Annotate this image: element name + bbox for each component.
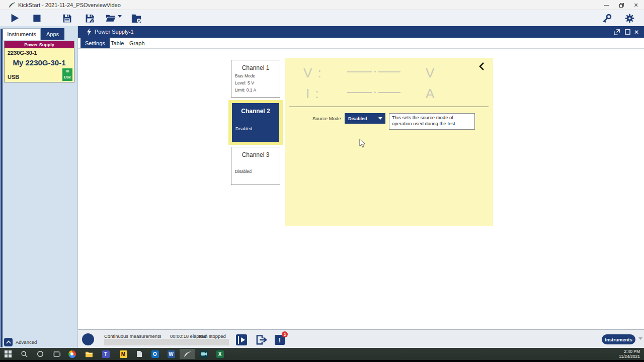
- bolt-icon: [87, 28, 92, 36]
- stop-button[interactable]: [30, 12, 44, 25]
- current-readout-label: I :: [306, 86, 320, 102]
- kickstart-logo-icon: [9, 2, 16, 8]
- cortana-button[interactable]: [33, 349, 48, 359]
- notes-taskbar-icon[interactable]: [132, 349, 147, 359]
- instruments-flyout-button[interactable]: Instruments: [602, 334, 635, 344]
- in-use-badge: InUse: [62, 68, 72, 81]
- channel-settings-panel: V : V I : A Source Mode Disabled This se…: [285, 58, 493, 226]
- channel-1-title: Channel 1: [231, 60, 280, 71]
- outlook-icon: O: [151, 350, 159, 358]
- main-toolbar: [0, 10, 644, 26]
- search-icon: [21, 350, 28, 357]
- instrument-interface: USB: [8, 74, 19, 80]
- file-explorer-taskbar-icon[interactable]: [82, 349, 97, 359]
- run-button[interactable]: [8, 12, 22, 25]
- teams-taskbar-icon[interactable]: T: [98, 349, 113, 359]
- task-view-icon: [53, 351, 60, 357]
- save-button[interactable]: [60, 12, 74, 25]
- maximize-panel-button[interactable]: [623, 28, 631, 36]
- cortana-icon: [37, 350, 44, 357]
- camera-app-taskbar-icon[interactable]: [196, 349, 211, 359]
- record-indicator[interactable]: [82, 333, 94, 345]
- desktop: KickStart - 2021-11-24_PSOverviewVideo ✕: [0, 0, 644, 362]
- settings-button[interactable]: [622, 12, 636, 25]
- popout-panel-button[interactable]: [613, 28, 621, 36]
- run-history-button[interactable]: [235, 334, 248, 346]
- channel-1-limit: Limit: 0.1 A: [231, 85, 280, 93]
- restore-icon: [619, 3, 624, 8]
- instrument-panel-header: Power Supply-1 ✕: [78, 26, 644, 38]
- channel-2-title: Channel 2: [232, 103, 279, 115]
- source-mode-label: Source Mode: [312, 116, 341, 121]
- tab-apps-label: Apps: [46, 31, 59, 37]
- miro-taskbar-icon[interactable]: M: [116, 349, 131, 359]
- excel-taskbar-icon[interactable]: X: [212, 349, 227, 359]
- chevron-left-icon: [478, 62, 485, 71]
- chrome-icon: [68, 350, 76, 358]
- open-button[interactable]: [104, 12, 123, 25]
- tab-table-label: Table: [111, 40, 124, 46]
- error-count-badge: 2: [282, 331, 288, 337]
- export-data-button[interactable]: [256, 334, 268, 346]
- taskbar-search-button[interactable]: [17, 349, 32, 359]
- tab-settings[interactable]: Settings: [80, 38, 110, 48]
- channel-1-level: Level: 5 V: [231, 78, 280, 85]
- channel-2-card[interactable]: Channel 2 Disabled: [232, 103, 279, 142]
- chevron-up-icon[interactable]: [4, 338, 13, 346]
- collapse-panel-button[interactable]: [478, 62, 485, 73]
- tab-instruments[interactable]: Instruments: [3, 28, 41, 40]
- task-view-button[interactable]: [49, 349, 64, 359]
- kickstart-taskbar-icon[interactable]: [180, 349, 195, 359]
- voltage-unit: V: [426, 65, 435, 81]
- channel-1-card[interactable]: Channel 1 Bias Mode Level: 5 V Limit: 0.…: [231, 60, 280, 98]
- taskbar-edge: [0, 360, 644, 362]
- minimize-icon: [604, 5, 609, 6]
- license-key-button[interactable]: [600, 12, 614, 25]
- errors-warnings-button[interactable]: ! 2: [274, 334, 286, 346]
- kickstart-feather-icon: [184, 351, 191, 357]
- run-status-bar: Continuous measurements 00:00:18 elapsed…: [78, 329, 644, 348]
- source-mode-tooltip: This sets the source mode of operation u…: [389, 113, 475, 130]
- tab-apps[interactable]: Apps: [41, 28, 64, 40]
- instrument-type-label: Power Supply: [5, 41, 74, 48]
- tab-graph[interactable]: Graph: [125, 38, 149, 48]
- channel-3-card[interactable]: Channel 3 Disabled: [231, 147, 280, 185]
- key-icon: [602, 13, 612, 24]
- advanced-label: Advanced: [16, 339, 37, 345]
- restore-button[interactable]: [614, 0, 628, 10]
- miro-icon: M: [120, 350, 127, 358]
- save-as-button[interactable]: [83, 12, 97, 25]
- channel-1-mode: Bias Mode: [231, 71, 280, 78]
- add-instrument-button[interactable]: [129, 12, 143, 25]
- word-taskbar-icon[interactable]: W: [164, 349, 179, 359]
- chrome-taskbar-icon[interactable]: [64, 349, 79, 359]
- instrument-card[interactable]: Power Supply 2230G-30-1 My 2230G-30-1 US…: [4, 41, 74, 82]
- measurement-mode-text: Continuous measurements: [104, 333, 162, 339]
- close-button[interactable]: ✕: [629, 0, 643, 10]
- windows-start-icon: [5, 350, 12, 357]
- document-icon: [136, 350, 142, 357]
- camera-icon: [200, 350, 208, 358]
- stop-icon: [32, 13, 42, 23]
- flyout-caret-icon[interactable]: [638, 337, 642, 340]
- word-icon: W: [168, 350, 175, 358]
- instruments-button-label: Instruments: [605, 337, 632, 342]
- panel-tabbar: Settings Table Graph: [78, 38, 644, 49]
- source-mode-dropdown[interactable]: Disabled: [345, 113, 385, 124]
- channel-3-mode: Disabled: [231, 158, 280, 174]
- dropdown-caret-icon: [378, 117, 382, 120]
- tab-settings-label: Settings: [85, 40, 105, 46]
- run-state-text: Run stopped: [199, 333, 226, 339]
- run-history-icon: [236, 334, 247, 345]
- advanced-toggle[interactable]: Advanced: [4, 338, 37, 346]
- start-button[interactable]: [1, 349, 16, 359]
- taskbar-clock[interactable]: 2:40 PM 11/24/2021: [619, 349, 640, 359]
- clock-time: 2:40 PM: [619, 349, 640, 354]
- close-panel-button[interactable]: ✕: [632, 28, 640, 36]
- outlook-taskbar-icon[interactable]: O: [147, 349, 163, 359]
- open-dropdown-caret-icon[interactable]: [118, 15, 122, 18]
- run-progress-bar: [104, 339, 229, 345]
- open-folder-icon: [105, 13, 116, 23]
- readout-divider: [289, 107, 489, 107]
- minimize-button[interactable]: [599, 0, 613, 10]
